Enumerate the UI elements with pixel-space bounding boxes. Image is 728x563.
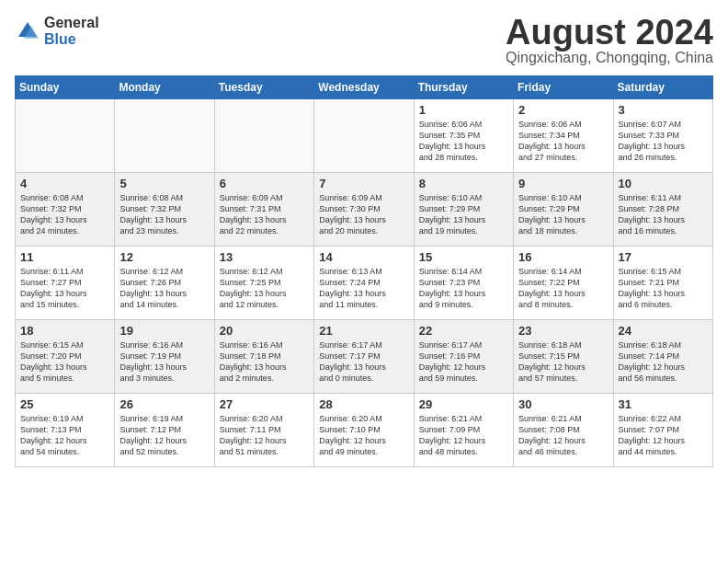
calendar-cell: 25Sunrise: 6:19 AMSunset: 7:13 PMDayligh… <box>16 394 115 467</box>
weekday-header-monday: Monday <box>115 76 214 99</box>
calendar-cell: 16Sunrise: 6:14 AMSunset: 7:22 PMDayligh… <box>514 247 613 320</box>
cell-content: Sunrise: 6:12 AMSunset: 7:25 PMDaylight:… <box>220 266 309 311</box>
calendar-cell: 10Sunrise: 6:11 AMSunset: 7:28 PMDayligh… <box>613 173 712 247</box>
calendar-cell: 29Sunrise: 6:21 AMSunset: 7:09 PMDayligh… <box>414 394 513 467</box>
cell-content: Sunrise: 6:17 AMSunset: 7:16 PMDaylight:… <box>419 339 508 385</box>
page-header: General Blue August 2024 Qingxichang, Ch… <box>15 15 713 66</box>
cell-content: Sunrise: 6:06 AMSunset: 7:35 PMDaylight:… <box>419 119 508 164</box>
calendar-cell: 5Sunrise: 6:08 AMSunset: 7:32 PMDaylight… <box>115 173 214 247</box>
calendar-cell: 24Sunrise: 6:18 AMSunset: 7:14 PMDayligh… <box>613 320 712 394</box>
cell-content: Sunrise: 6:14 AMSunset: 7:22 PMDaylight:… <box>518 266 608 311</box>
calendar-cell: 23Sunrise: 6:18 AMSunset: 7:15 PMDayligh… <box>514 320 613 394</box>
day-number: 12 <box>119 250 209 264</box>
day-number: 23 <box>518 324 608 338</box>
calendar-cell: 30Sunrise: 6:21 AMSunset: 7:08 PMDayligh… <box>514 394 613 467</box>
logo-blue-text: Blue <box>44 31 99 48</box>
day-number: 18 <box>20 324 109 338</box>
day-number: 28 <box>319 397 408 411</box>
day-number: 24 <box>619 324 708 338</box>
cell-content: Sunrise: 6:15 AMSunset: 7:20 PMDaylight:… <box>20 339 109 385</box>
calendar-cell: 2Sunrise: 6:06 AMSunset: 7:34 PMDaylight… <box>514 99 613 173</box>
cell-content: Sunrise: 6:14 AMSunset: 7:23 PMDaylight:… <box>419 266 508 311</box>
calendar-cell: 27Sunrise: 6:20 AMSunset: 7:11 PMDayligh… <box>214 394 313 467</box>
day-number: 3 <box>619 103 708 117</box>
day-number: 13 <box>220 250 309 264</box>
weekday-header-saturday: Saturday <box>613 76 712 99</box>
day-number: 7 <box>319 177 408 190</box>
cell-content: Sunrise: 6:09 AMSunset: 7:31 PMDaylight:… <box>220 192 309 237</box>
calendar-cell: 20Sunrise: 6:16 AMSunset: 7:18 PMDayligh… <box>214 320 313 394</box>
cell-content: Sunrise: 6:15 AMSunset: 7:21 PMDaylight:… <box>619 266 708 311</box>
day-number: 8 <box>419 177 508 190</box>
weekday-header-wednesday: Wednesday <box>314 76 414 99</box>
calendar-cell: 7Sunrise: 6:09 AMSunset: 7:30 PMDaylight… <box>314 173 414 247</box>
cell-content: Sunrise: 6:07 AMSunset: 7:33 PMDaylight:… <box>619 119 708 164</box>
calendar-cell: 31Sunrise: 6:22 AMSunset: 7:07 PMDayligh… <box>613 394 712 467</box>
weekday-header-friday: Friday <box>514 76 613 99</box>
day-number: 31 <box>619 397 708 411</box>
calendar-cell: 15Sunrise: 6:14 AMSunset: 7:23 PMDayligh… <box>414 247 513 320</box>
day-number: 1 <box>419 103 508 117</box>
day-number: 17 <box>619 250 708 264</box>
calendar-week-row: 1Sunrise: 6:06 AMSunset: 7:35 PMDaylight… <box>16 99 713 173</box>
cell-content: Sunrise: 6:09 AMSunset: 7:30 PMDaylight:… <box>319 192 408 237</box>
calendar-table: SundayMondayTuesdayWednesdayThursdayFrid… <box>15 75 713 467</box>
calendar-cell: 4Sunrise: 6:08 AMSunset: 7:32 PMDaylight… <box>16 173 115 247</box>
calendar-cell: 9Sunrise: 6:10 AMSunset: 7:29 PMDaylight… <box>514 173 613 247</box>
cell-content: Sunrise: 6:20 AMSunset: 7:11 PMDaylight:… <box>220 413 309 458</box>
day-number: 4 <box>20 177 109 190</box>
day-number: 16 <box>518 250 608 264</box>
calendar-header: SundayMondayTuesdayWednesdayThursdayFrid… <box>16 76 713 99</box>
logo-general-text: General <box>44 15 99 31</box>
day-number: 5 <box>119 177 209 190</box>
calendar-cell: 26Sunrise: 6:19 AMSunset: 7:12 PMDayligh… <box>115 394 214 467</box>
day-number: 15 <box>419 250 508 264</box>
day-number: 9 <box>518 177 608 190</box>
calendar-cell: 18Sunrise: 6:15 AMSunset: 7:20 PMDayligh… <box>16 320 115 394</box>
logo-icon <box>15 18 40 44</box>
calendar-cell: 3Sunrise: 6:07 AMSunset: 7:33 PMDaylight… <box>613 99 712 173</box>
calendar-cell: 8Sunrise: 6:10 AMSunset: 7:29 PMDaylight… <box>414 173 513 247</box>
cell-content: Sunrise: 6:12 AMSunset: 7:26 PMDaylight:… <box>119 266 209 311</box>
location-text: Qingxichang, Chongqing, China <box>506 50 713 66</box>
cell-content: Sunrise: 6:16 AMSunset: 7:18 PMDaylight:… <box>220 339 309 385</box>
cell-content: Sunrise: 6:06 AMSunset: 7:34 PMDaylight:… <box>518 119 608 164</box>
day-number: 2 <box>518 103 608 117</box>
cell-content: Sunrise: 6:21 AMSunset: 7:08 PMDaylight:… <box>518 413 608 458</box>
day-number: 11 <box>20 250 109 264</box>
weekday-header-sunday: Sunday <box>16 76 115 99</box>
calendar-body: 1Sunrise: 6:06 AMSunset: 7:35 PMDaylight… <box>16 99 713 467</box>
weekday-header-tuesday: Tuesday <box>214 76 313 99</box>
calendar-week-row: 25Sunrise: 6:19 AMSunset: 7:13 PMDayligh… <box>16 394 713 467</box>
calendar-cell <box>314 99 414 173</box>
calendar-cell: 11Sunrise: 6:11 AMSunset: 7:27 PMDayligh… <box>16 247 115 320</box>
calendar-cell: 28Sunrise: 6:20 AMSunset: 7:10 PMDayligh… <box>314 394 414 467</box>
calendar-cell: 6Sunrise: 6:09 AMSunset: 7:31 PMDaylight… <box>214 173 313 247</box>
month-title: August 2024 <box>506 15 713 50</box>
day-number: 26 <box>119 397 209 411</box>
day-number: 27 <box>220 397 309 411</box>
cell-content: Sunrise: 6:20 AMSunset: 7:10 PMDaylight:… <box>319 413 408 458</box>
cell-content: Sunrise: 6:11 AMSunset: 7:27 PMDaylight:… <box>20 266 109 311</box>
calendar-week-row: 18Sunrise: 6:15 AMSunset: 7:20 PMDayligh… <box>16 320 713 394</box>
title-block: August 2024 Qingxichang, Chongqing, Chin… <box>506 15 713 66</box>
weekday-header-thursday: Thursday <box>414 76 513 99</box>
calendar-cell: 12Sunrise: 6:12 AMSunset: 7:26 PMDayligh… <box>115 247 214 320</box>
cell-content: Sunrise: 6:19 AMSunset: 7:13 PMDaylight:… <box>20 413 109 458</box>
logo: General Blue <box>15 15 99 47</box>
day-number: 29 <box>419 397 508 411</box>
day-number: 22 <box>419 324 508 338</box>
cell-content: Sunrise: 6:11 AMSunset: 7:28 PMDaylight:… <box>619 192 708 237</box>
calendar-cell: 1Sunrise: 6:06 AMSunset: 7:35 PMDaylight… <box>414 99 513 173</box>
calendar-cell: 21Sunrise: 6:17 AMSunset: 7:17 PMDayligh… <box>314 320 414 394</box>
cell-content: Sunrise: 6:19 AMSunset: 7:12 PMDaylight:… <box>119 413 209 458</box>
cell-content: Sunrise: 6:18 AMSunset: 7:14 PMDaylight:… <box>619 339 708 385</box>
calendar-cell <box>16 99 115 173</box>
calendar-cell: 22Sunrise: 6:17 AMSunset: 7:16 PMDayligh… <box>414 320 513 394</box>
calendar-cell: 13Sunrise: 6:12 AMSunset: 7:25 PMDayligh… <box>214 247 313 320</box>
calendar-cell <box>115 99 214 173</box>
calendar-cell <box>214 99 313 173</box>
day-number: 10 <box>619 177 708 190</box>
cell-content: Sunrise: 6:22 AMSunset: 7:07 PMDaylight:… <box>619 413 708 458</box>
calendar-week-row: 4Sunrise: 6:08 AMSunset: 7:32 PMDaylight… <box>16 173 713 247</box>
